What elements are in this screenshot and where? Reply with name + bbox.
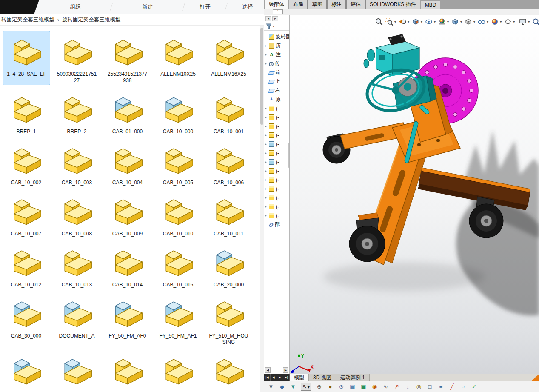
dropdown-caret-icon[interactable]: ▾	[473, 20, 475, 24]
magnifier-icon[interactable]	[532, 17, 539, 26]
tree-item[interactable]: ▸ (-	[264, 202, 289, 211]
view-settings-icon[interactable]	[504, 17, 512, 26]
commandmanager-collapse-button[interactable]: ˆ	[273, 9, 283, 14]
file-item[interactable]: CAB_10_001	[205, 89, 253, 136]
file-item[interactable]: CAB_10_009	[104, 191, 151, 238]
gravity-icon[interactable]: ↓	[404, 383, 411, 391]
tree-item[interactable]: 旋转固	[264, 32, 289, 41]
expand-arrow-icon[interactable]: ▸	[265, 151, 269, 155]
graphics-viewport[interactable]: ▾ ▾ ▾ ▾ ▾ ▾	[290, 15, 539, 374]
file-item[interactable]: CAB_10_012	[3, 242, 50, 289]
file-item[interactable]: FY_510_M_HOUSING	[205, 293, 253, 347]
expand-arrow-icon[interactable]: ▸	[265, 62, 269, 66]
file-item[interactable]: BREP_1	[3, 89, 50, 136]
file-item[interactable]	[53, 350, 101, 392]
file-item[interactable]: CAB_30_000	[3, 293, 50, 347]
commandmanager-tab[interactable]: SOLIDWORKS 插件	[365, 0, 420, 9]
expand-arrow-icon[interactable]: ▸	[265, 187, 269, 191]
key-properties-icon[interactable]: ◆	[279, 383, 285, 391]
file-item[interactable]: FY_50_FM_AF0	[104, 293, 151, 347]
commandmanager-tab[interactable]: 布局	[289, 0, 308, 9]
file-item[interactable]: CAB_10_013	[53, 242, 101, 289]
tree-item[interactable]: ▸ (-	[264, 193, 289, 202]
tree-item[interactable]: ▸ 传	[264, 59, 289, 68]
file-item[interactable]: CAB_10_014	[104, 242, 151, 289]
expand-arrow-icon[interactable]: ▸	[265, 169, 269, 173]
file-item[interactable]: CAB_10_010	[154, 191, 202, 238]
tree-item[interactable]: ▸ 注	[264, 50, 289, 59]
file-item[interactable]: CAB_10_002	[3, 140, 50, 187]
fullscreen-monitor-icon[interactable]	[519, 17, 527, 26]
dropdown-caret-icon[interactable]: ▾	[447, 20, 449, 24]
tab-nav-button[interactable]: ◀	[271, 374, 277, 381]
file-item[interactable]	[205, 350, 253, 392]
expand-arrow-icon[interactable]: ▸	[265, 160, 269, 164]
view-orientation-icon[interactable]	[451, 17, 459, 26]
breadcrumb-current[interactable]: 旋转固定架全套三维模型	[62, 16, 121, 23]
tree-item[interactable]: ▸ (-	[264, 140, 289, 149]
explorer-scrollbar[interactable]	[260, 26, 264, 392]
assembly-3d-model[interactable]: Y X Z	[290, 15, 539, 374]
tree-item[interactable]: ▸ (-	[264, 184, 289, 193]
spring-icon[interactable]: ∿	[382, 383, 389, 391]
expand-arrow-icon[interactable]: ▸	[265, 44, 269, 48]
dropdown-caret-icon[interactable]: ▾	[528, 20, 530, 24]
dropdown-caret-icon[interactable]: ▾	[513, 20, 515, 24]
tree-filter[interactable]: ▾	[264, 22, 289, 31]
hide-show-annotations-icon[interactable]	[425, 17, 433, 26]
force-icon[interactable]: ↗	[393, 383, 400, 391]
tree-item[interactable]: ▸ (-	[264, 149, 289, 157]
animation-filter-icon[interactable]: ▼	[268, 383, 274, 391]
display-style-icon[interactable]	[464, 17, 473, 26]
file-item[interactable]: CAB_10_003	[53, 140, 101, 187]
results-chart-icon[interactable]: ≡	[437, 383, 444, 391]
previous-view-icon[interactable]	[398, 17, 407, 26]
expand-arrow-icon[interactable]: ▸	[265, 133, 269, 137]
commandmanager-tab[interactable]: 草图	[308, 0, 327, 9]
filter-results-icon[interactable]: ▼	[290, 383, 297, 391]
dropdown-caret-icon[interactable]: ▾	[434, 20, 436, 24]
file-item[interactable]	[3, 350, 50, 392]
file-item[interactable]: 5090302222175127	[53, 31, 101, 85]
expand-arrow-icon[interactable]: ▸	[265, 205, 269, 209]
file-item[interactable]: DOCUMENT_A	[53, 293, 101, 347]
zoom-to-fit-icon[interactable]	[375, 17, 383, 26]
toolbar-button[interactable]: 打开	[184, 0, 226, 14]
tree-item[interactable]: ▸ (-	[264, 122, 289, 131]
zoom-to-area-icon[interactable]	[385, 17, 394, 26]
file-item[interactable]: BREP_2	[53, 89, 101, 136]
file-item[interactable]: CAB_10_007	[3, 191, 50, 238]
expand-arrow-icon[interactable]: ▸	[265, 106, 269, 110]
expand-arrow-icon[interactable]: ▸	[265, 214, 269, 217]
scrollbar-thumb[interactable]	[260, 28, 263, 125]
hscroll-left-button[interactable]: ◀	[265, 367, 271, 373]
toolbar-button[interactable]: 新建	[111, 0, 184, 14]
dropdown-caret-icon[interactable]: ▾	[408, 20, 409, 24]
file-item[interactable]: 25523491521377938	[104, 31, 151, 85]
check-icon[interactable]: ✓	[471, 383, 477, 391]
commandmanager-tab[interactable]: MBD	[421, 1, 441, 9]
tree-item[interactable]: 前	[264, 68, 289, 77]
tree-forward-button[interactable]: ▸	[272, 16, 278, 21]
file-item[interactable]: CAB_10_000	[154, 89, 202, 136]
file-item[interactable]: CAB_10_005	[154, 140, 202, 187]
tree-item[interactable]: ▸ (-	[264, 113, 289, 122]
solid-body-icon[interactable]: ▣	[360, 383, 367, 391]
dropdown-caret-icon[interactable]: ▾	[460, 20, 462, 24]
snap-icon[interactable]: ⊙	[338, 383, 345, 391]
document-tab[interactable]: 运动算例 1	[336, 374, 370, 381]
point-icon[interactable]: ●	[327, 383, 334, 391]
commandmanager-tab[interactable]: 标注	[327, 0, 346, 9]
file-item[interactable]: CAB_10_011	[205, 191, 253, 238]
tree-back-button[interactable]: ◂	[265, 16, 271, 21]
tab-nav-button[interactable]: ▶	[277, 374, 283, 381]
document-tab[interactable]: 模型	[290, 374, 309, 381]
tree-item[interactable]: 右	[264, 86, 289, 95]
file-item[interactable]: ALLENM16X25	[205, 31, 253, 85]
file-item[interactable]: CAB_01_000	[104, 89, 151, 136]
breadcrumb-parent[interactable]: 转固定架全套三维模型	[1, 16, 54, 23]
edit-appearance-icon[interactable]	[491, 17, 499, 26]
tab-nav-button[interactable]: |◀	[264, 374, 271, 381]
section-view-icon[interactable]	[411, 17, 420, 26]
file-item[interactable]: CAB_10_008	[53, 191, 101, 238]
